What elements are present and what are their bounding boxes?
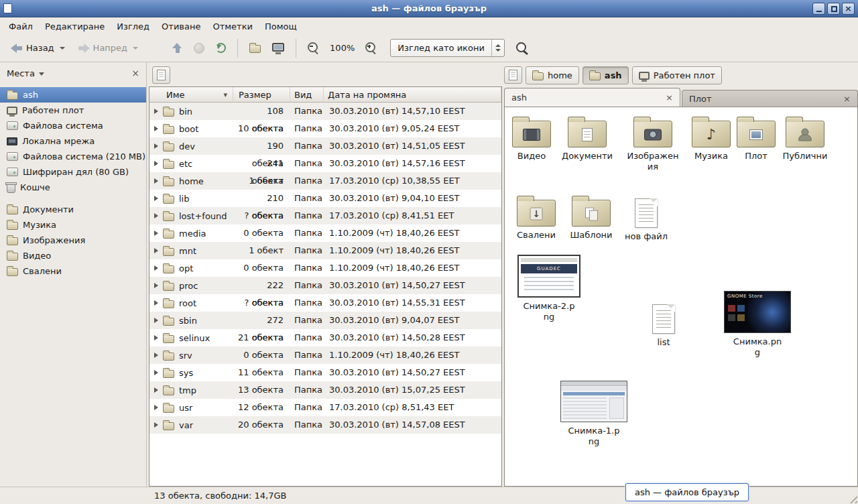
expander-icon[interactable] (154, 248, 158, 253)
sidebar-item-6[interactable]: Кошче (0, 180, 146, 195)
file-item-public[interactable]: Публични (776, 115, 834, 162)
menu-item-5[interactable]: Помощ (259, 19, 303, 34)
table-row[interactable]: home1 обектПапка17.03.2010 (ср) 10,38,55… (149, 172, 501, 190)
menu-item-3[interactable]: Отиване (156, 19, 206, 34)
expander-icon[interactable] (154, 335, 158, 340)
expander-icon[interactable] (154, 422, 158, 428)
close-button[interactable]: × (842, 3, 855, 15)
table-row[interactable]: etc241 обектаПапка30.03.2010 (вт) 14,57,… (149, 155, 501, 172)
column-header-type[interactable]: Вид (290, 87, 324, 103)
file-item-list[interactable]: list (635, 300, 692, 348)
expander-icon[interactable] (154, 178, 158, 184)
expander-icon[interactable] (154, 265, 158, 271)
stop-button[interactable] (189, 38, 209, 58)
sidebar-close-icon[interactable]: × (131, 68, 139, 78)
minimize-button[interactable] (812, 3, 825, 15)
sidebar-item-3[interactable]: Локална мрежа (0, 133, 146, 149)
sidebar-item-11[interactable]: Свалени (0, 263, 146, 279)
forward-button[interactable]: Напред (72, 38, 143, 58)
sidebar-item-7[interactable]: Документи (0, 202, 146, 217)
sidebar-item-2[interactable]: Файлова система (0, 118, 146, 133)
tab-plot[interactable]: Плот × (682, 90, 858, 107)
table-row[interactable]: root? обектаПапка30.03.2010 (вт) 14,55,3… (149, 294, 501, 312)
file-item-templates[interactable]: Шаблони (562, 194, 620, 241)
path-button-ash[interactable]: ash (583, 66, 629, 84)
table-row[interactable]: opt0 обектаПапка1.10.2009 (чт) 18,40,26 … (149, 259, 501, 277)
sidebar-item-1[interactable]: Работен плот (0, 103, 146, 118)
expander-icon[interactable] (154, 387, 158, 393)
table-row[interactable]: proc222 обектаПапка30.03.2010 (вт) 14,50… (149, 277, 501, 294)
expander-icon[interactable] (154, 370, 158, 375)
table-row[interactable]: boot10 обектаПапка30.03.2010 (вт) 9,05,2… (149, 120, 501, 137)
taskbar-window-button[interactable]: ash — файлов браузър (625, 483, 749, 501)
table-row[interactable]: sys11 обектаПапка30.03.2010 (вт) 14,50,2… (149, 364, 501, 381)
search-button[interactable] (507, 38, 533, 58)
file-item-new-file[interactable]: нов файл (617, 194, 675, 242)
menu-item-4[interactable]: Отметки (206, 19, 258, 34)
tab-close-icon[interactable]: × (843, 94, 851, 104)
file-item-snimka1[interactable]: Снимка-1.png (560, 381, 627, 447)
sidebar-item-9[interactable]: Изображения (0, 233, 146, 248)
expander-icon[interactable] (154, 283, 158, 288)
table-row[interactable]: selinux21 обектаПапка30.03.2010 (вт) 14,… (149, 329, 501, 346)
expander-icon[interactable] (154, 161, 158, 166)
file-item-snimka2[interactable]: GUADEC Снимка-2.png (517, 255, 581, 322)
table-row[interactable]: bin108 обектаПапка30.03.2010 (вт) 14,57,… (149, 103, 501, 120)
sidebar-item-0[interactable]: ash (0, 87, 146, 103)
expander-icon[interactable] (154, 353, 158, 358)
expander-icon[interactable] (154, 300, 158, 306)
titlebar[interactable]: ash — файлов браузър × (0, 0, 858, 17)
expander-icon[interactable] (154, 126, 158, 131)
resize-grip-icon[interactable] (847, 493, 857, 503)
table-row[interactable]: mnt1 обектПапка1.10.2009 (чт) 18,40,26 E… (149, 242, 501, 259)
menu-item-0[interactable]: Файл (3, 19, 39, 34)
reload-button[interactable] (211, 38, 231, 58)
column-header-size[interactable]: Размер (233, 87, 290, 103)
up-button[interactable] (168, 38, 187, 58)
expander-icon[interactable] (154, 196, 158, 201)
icon-view[interactable]: Видео Документи Изображения ♪ Музика Пло… (504, 107, 858, 487)
tab-close-icon[interactable]: × (666, 92, 673, 103)
expander-icon[interactable] (154, 143, 158, 149)
file-item-images[interactable]: Изображения (624, 115, 682, 172)
zoom-out-button[interactable] (303, 38, 324, 58)
expander-icon[interactable] (154, 405, 158, 410)
file-item-snimka[interactable]: GNOME Store Снимка.png (723, 291, 792, 358)
expander-icon[interactable] (154, 109, 158, 114)
table-row[interactable]: usr12 обектаПапка17.03.2010 (ср) 8,51,43… (149, 399, 501, 416)
table-row[interactable]: dev190 обектаПапка30.03.2010 (вт) 14,51,… (149, 137, 501, 155)
sidebar-item-8[interactable]: Музика (0, 217, 146, 233)
expander-icon[interactable] (154, 213, 158, 218)
menu-item-1[interactable]: Редактиране (39, 19, 111, 34)
file-item-video[interactable]: Видео (504, 115, 560, 162)
menu-item-2[interactable]: Изглед (111, 19, 156, 34)
computer-button[interactable] (267, 38, 289, 58)
sidebar-item-4[interactable]: Файлова система (210 MB) (0, 149, 146, 164)
sidebar-item-10[interactable]: Видео (0, 248, 146, 263)
path-button-home[interactable]: home (526, 66, 579, 84)
table-row[interactable]: srv0 обектаПапка1.10.2009 (чт) 18,40,26 … (149, 346, 501, 364)
maximize-button[interactable] (827, 3, 840, 15)
table-row[interactable]: var20 обектаПапка30.03.2010 (вт) 14,57,0… (149, 416, 501, 434)
home-button[interactable] (245, 38, 265, 58)
back-button[interactable]: Назад (5, 38, 70, 58)
column-header-date[interactable]: Дата на промяна (324, 87, 501, 103)
file-item-documents[interactable]: Документи (558, 115, 616, 162)
view-mode-select[interactable]: Изглед като икони (390, 39, 505, 57)
expander-icon[interactable] (154, 231, 158, 236)
table-row[interactable]: tmp13 обектаПапка30.03.2010 (вт) 15,07,2… (149, 381, 501, 399)
file-item-downloads[interactable]: ↓ Свалени (507, 194, 565, 241)
table-row[interactable]: sbin272 обектаПапка30.03.2010 (вт) 9,04,… (149, 312, 501, 329)
zoom-in-button[interactable] (361, 38, 381, 58)
path-button-desktop[interactable]: Работен плот (632, 66, 722, 84)
table-row[interactable]: media0 обектаПапка1.10.2009 (чт) 18,40,2… (149, 225, 501, 242)
left-pane-location-button[interactable] (152, 66, 170, 84)
spinner-arrows-icon[interactable] (491, 40, 504, 56)
table-row[interactable]: lost+found? обектаПапка17.03.2010 (ср) 8… (149, 207, 501, 225)
tab-ash[interactable]: ash × (504, 88, 680, 107)
table-row[interactable]: lib210 обектаПапка30.03.2010 (вт) 9,04,1… (149, 190, 501, 207)
column-header-name[interactable]: Име ▾ (149, 87, 233, 103)
right-pane-location-button[interactable] (504, 66, 522, 84)
sidebar-dropdown-icon[interactable] (39, 72, 44, 76)
expander-icon[interactable] (154, 318, 158, 323)
